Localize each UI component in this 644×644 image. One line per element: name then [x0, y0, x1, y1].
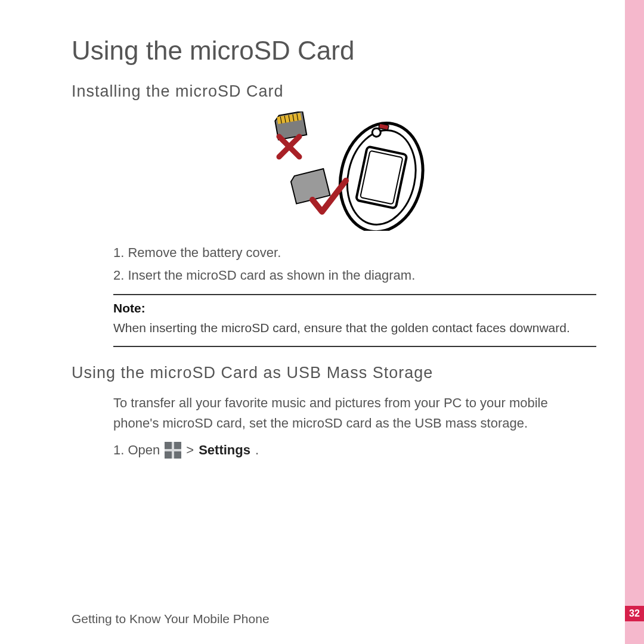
note-label: Note:	[113, 301, 596, 315]
step-number: 1.	[113, 245, 124, 260]
side-stripe	[625, 0, 644, 644]
gt-symbol: >	[186, 442, 194, 458]
step-text: Remove the battery cover.	[128, 245, 281, 260]
step-open-settings: 1. Open > Settings.	[113, 442, 596, 459]
step-1: 1. Remove the battery cover.	[113, 243, 596, 263]
section-heading-install: Installing the microSD Card	[72, 82, 596, 101]
page-number: 32	[625, 606, 644, 621]
footer-text: Getting to Know Your Mobile Phone	[72, 612, 270, 626]
install-diagram	[256, 112, 453, 231]
settings-label: Settings	[199, 442, 250, 458]
dot: .	[255, 442, 259, 458]
x-mark-icon	[279, 137, 299, 157]
apps-grid-icon	[165, 442, 181, 459]
step-2: 2. Insert the microSD card as shown in t…	[113, 265, 596, 286]
usb-intro: To transfer all your favorite music and …	[113, 393, 596, 434]
section-heading-usb: Using the microSD Card as USB Mass Stora…	[72, 364, 596, 382]
note-text: When inserting the microSD card, ensure …	[113, 319, 596, 337]
note-block: Note: When inserting the microSD card, e…	[113, 294, 596, 346]
page-title: Using the microSD Card	[72, 36, 596, 66]
step-number: 2.	[113, 268, 124, 283]
svg-point-4	[371, 128, 382, 138]
step-text: Insert the microSD card as shown in the …	[128, 268, 415, 283]
step-prefix: 1. Open	[113, 442, 160, 458]
